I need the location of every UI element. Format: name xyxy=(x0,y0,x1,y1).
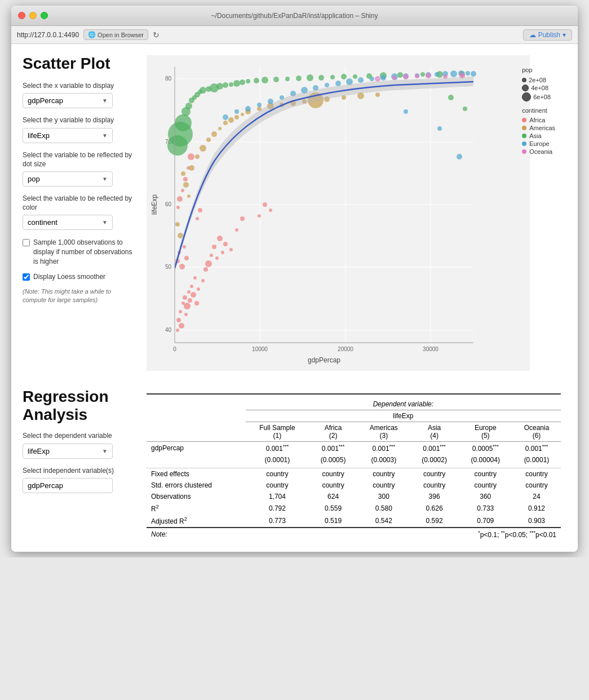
svg-text:20000: 20000 xyxy=(338,346,353,352)
svg-point-108 xyxy=(254,78,259,83)
observations-row: Observations 1,704 624 300 396 360 24 xyxy=(147,491,561,502)
color-var-select[interactable]: continent ▼ xyxy=(23,215,113,230)
svg-point-41 xyxy=(201,279,205,282)
africa-color-dot xyxy=(522,118,526,122)
svg-point-42 xyxy=(203,267,208,272)
svg-text:gdpPercap: gdpPercap xyxy=(308,356,340,364)
y-var-label: Select the y variable to display xyxy=(23,116,135,125)
plot-legend: pop 2e+08 4e+08 6e+08 continent xyxy=(522,67,555,155)
indep-var-input[interactable] xyxy=(23,478,113,493)
loess-checkbox[interactable] xyxy=(23,273,30,281)
maximize-button[interactable] xyxy=(41,12,48,19)
size-var-select[interactable]: pop ▼ xyxy=(23,171,113,187)
scatter-plot-container: gdpPercap 0 10000 20000 30000 lifeExp 80… xyxy=(147,55,561,371)
svg-point-22 xyxy=(176,318,181,322)
fixed-effects-row: Fixed effects country country country co… xyxy=(147,468,561,480)
pop-legend-item-2: 4e+08 xyxy=(522,85,555,91)
minimize-button[interactable] xyxy=(29,12,37,19)
regression-title: Regression Analysis xyxy=(23,388,135,424)
col-header-1: Full Sample(1) xyxy=(246,422,309,442)
dep-var-header: Dependent variable: xyxy=(246,398,561,410)
svg-point-125 xyxy=(463,107,467,111)
scatter-sidebar: Scatter Plot Select the x variable to di… xyxy=(23,55,135,304)
y-var-select[interactable]: lifeExp ▼ xyxy=(23,128,113,143)
app-window: ~/Documents/github/ExPanDaR/inst/applica… xyxy=(11,6,578,552)
open-browser-button[interactable]: 🌐 Open in Browser xyxy=(83,29,148,40)
svg-point-133 xyxy=(335,81,341,86)
svg-point-112 xyxy=(296,76,302,81)
svg-point-34 xyxy=(194,301,199,305)
svg-point-117 xyxy=(353,74,357,79)
svg-point-136 xyxy=(370,77,374,81)
gdppercap-coef-row: gdpPercap 0.001*** 0.001*** 0.001*** 0.0… xyxy=(147,442,561,455)
publish-arrow-icon: ▾ xyxy=(563,31,566,39)
x-var-label: Select the x variable to display xyxy=(23,82,135,91)
refresh-icon[interactable]: ↻ xyxy=(153,30,160,39)
col-header-2: Africa(2) xyxy=(309,422,357,442)
svg-point-114 xyxy=(318,75,324,81)
svg-point-38 xyxy=(179,264,185,269)
size-var-label: Select the variable to be reflected by d… xyxy=(23,151,135,169)
svg-point-69 xyxy=(218,127,222,130)
svg-point-63 xyxy=(269,209,272,212)
svg-point-147 xyxy=(471,71,476,77)
svg-point-70 xyxy=(223,121,228,125)
svg-point-65 xyxy=(195,154,200,159)
svg-point-35 xyxy=(197,287,200,291)
dep-var-arrow-icon: ▼ xyxy=(102,448,108,454)
svg-point-27 xyxy=(184,313,188,316)
svg-point-47 xyxy=(217,236,223,241)
svg-point-53 xyxy=(196,217,199,220)
svg-point-44 xyxy=(210,254,213,257)
svg-point-105 xyxy=(233,80,240,87)
svg-point-146 xyxy=(466,71,470,76)
y-var-arrow-icon: ▼ xyxy=(102,132,108,139)
x-var-select[interactable]: gdpPercap ▼ xyxy=(23,93,113,108)
svg-text:80: 80 xyxy=(165,76,172,82)
svg-point-58 xyxy=(183,177,188,181)
continent-americas: Americas xyxy=(522,125,555,131)
regression-table-container: Dependent variable: lifeExp Full Sample(… xyxy=(147,393,561,540)
scatter-plot-svg: gdpPercap 0 10000 20000 30000 lifeExp 80… xyxy=(147,55,530,371)
col-header-6: Oceania(6) xyxy=(512,422,561,442)
regression-table: Dependent variable: lifeExp Full Sample(… xyxy=(147,393,561,540)
svg-point-149 xyxy=(457,154,462,160)
address-bar: http://127.0.0.1:4490 🌐 Open in Browser … xyxy=(11,26,578,44)
gdppercap-label: gdpPercap xyxy=(147,442,246,455)
publish-button[interactable]: ☁ Publish ▾ xyxy=(523,29,572,41)
sample-checkbox-row: Sample 1,000 observations to display if … xyxy=(23,238,135,266)
svg-point-50 xyxy=(229,248,233,251)
svg-point-49 xyxy=(223,242,228,246)
svg-point-124 xyxy=(448,95,454,100)
svg-point-94 xyxy=(185,103,192,109)
svg-point-24 xyxy=(179,323,184,329)
svg-point-84 xyxy=(375,92,380,97)
close-button[interactable] xyxy=(18,12,25,19)
url-text[interactable]: http://127.0.0.1:4490 xyxy=(17,31,79,39)
sample-checkbox[interactable] xyxy=(23,239,30,246)
svg-point-135 xyxy=(358,77,364,83)
svg-point-102 xyxy=(216,83,223,90)
traffic-lights xyxy=(18,12,48,19)
dep-var-select[interactable]: lifeExp ▼ xyxy=(23,444,113,459)
svg-point-144 xyxy=(450,70,457,77)
svg-text:30000: 30000 xyxy=(423,346,439,352)
svg-point-142 xyxy=(435,72,439,77)
svg-point-40 xyxy=(184,256,189,260)
continent-africa: Africa xyxy=(522,117,555,123)
svg-point-151 xyxy=(245,106,251,112)
svg-point-45 xyxy=(212,245,216,249)
svg-point-132 xyxy=(325,83,329,87)
svg-point-68 xyxy=(211,131,217,137)
svg-text:0: 0 xyxy=(173,346,176,352)
pop-dot-small xyxy=(522,78,526,82)
std-errors-row: Std. errors clustered country country co… xyxy=(147,480,561,491)
svg-point-104 xyxy=(229,82,233,87)
svg-point-28 xyxy=(184,303,191,309)
svg-text:10000: 10000 xyxy=(252,346,268,352)
svg-point-111 xyxy=(285,77,290,81)
svg-point-126 xyxy=(257,103,262,107)
svg-point-72 xyxy=(234,115,239,119)
svg-point-155 xyxy=(392,76,397,80)
pop-legend-title: pop xyxy=(522,67,555,73)
